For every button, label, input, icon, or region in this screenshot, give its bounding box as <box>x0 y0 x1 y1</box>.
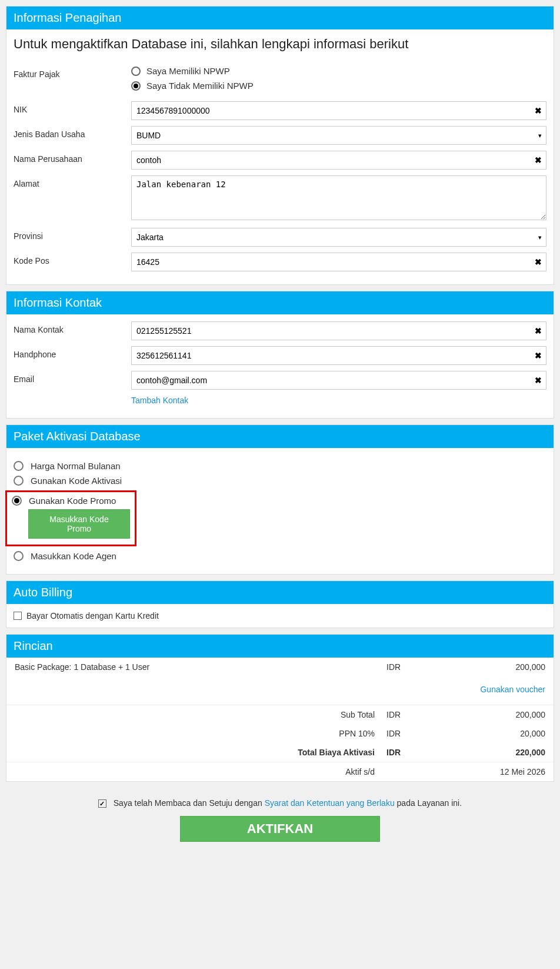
total-value: 220,000 <box>434 748 545 757</box>
radio-promo-label: Gunakan Kode Promo <box>29 496 116 506</box>
alamat-label: Alamat <box>14 175 131 188</box>
radio-aktivasi-label: Gunakan Kode Aktivasi <box>31 476 122 486</box>
nama-kontak-label: Nama Kontak <box>14 321 131 334</box>
enter-promo-button[interactable]: Masukkan Kode Promo <box>28 509 130 539</box>
ppn-value: 20,000 <box>434 729 545 738</box>
radio-normal[interactable] <box>14 461 24 471</box>
handphone-input[interactable] <box>131 346 546 365</box>
package-panel: Paket Aktivasi Database Harga Normal Bul… <box>6 424 554 575</box>
billing-header: Informasi Penagihan <box>6 6 554 29</box>
radio-nohave-npwp-label: Saya Tidak Memiliki NPWP <box>146 81 254 91</box>
provinsi-select[interactable]: Jakarta <box>131 228 546 247</box>
terms-pre: Saya telah Membaca dan Setuju dengan <box>114 798 265 808</box>
activate-button[interactable]: AKTIFKAN <box>180 816 380 842</box>
terms-link[interactable]: Syarat dan Ketentuan yang Berlaku <box>265 798 395 808</box>
autobilling-label: Bayar Otomatis dengan Kartu Kredit <box>26 611 159 620</box>
terms-post: pada Layanan ini. <box>395 798 462 808</box>
radio-aktivasi[interactable] <box>14 476 24 486</box>
autobilling-header: Auto Billing <box>6 581 554 604</box>
close-icon[interactable]: ✖ <box>535 376 542 385</box>
item-label: Basic Package: 1 Database + 1 User <box>15 662 386 672</box>
confirm-row: Saya telah Membaca dan Setuju dengan Sya… <box>0 788 560 812</box>
autobilling-panel: Auto Billing Bayar Otomatis dengan Kartu… <box>6 580 554 628</box>
jenis-label: Jenis Badan Usaha <box>14 126 131 139</box>
nik-label: NIK <box>14 101 131 114</box>
nama-kontak-input[interactable] <box>131 321 546 340</box>
close-icon[interactable]: ✖ <box>535 351 542 360</box>
subtotal-label: Sub Total <box>15 710 386 719</box>
nama-perusahaan-label: Nama Perusahaan <box>14 151 131 164</box>
kodepos-label: Kode Pos <box>14 253 131 266</box>
rincian-header: Rincian <box>6 635 554 658</box>
radio-have-npwp-label: Saya Memiliki NPWP <box>146 66 230 76</box>
handphone-label: Handphone <box>14 346 131 359</box>
nik-input[interactable] <box>131 101 546 120</box>
radio-promo[interactable] <box>12 496 22 506</box>
billing-panel: Informasi Penagihan Untuk mengaktifkan D… <box>6 6 554 285</box>
subtotal-value: 200,000 <box>434 710 545 719</box>
total-label: Total Biaya Aktivasi <box>15 748 386 757</box>
voucher-link[interactable]: Gunakan voucher <box>480 685 545 694</box>
aktif-value: 12 Mei 2026 <box>434 767 545 776</box>
subtotal-currency: IDR <box>386 710 434 719</box>
item-value: 200,000 <box>434 662 545 672</box>
contact-header: Informasi Kontak <box>6 291 554 314</box>
billing-lead: Untuk mengaktifkan Database ini, silahka… <box>14 36 546 52</box>
autobilling-checkbox[interactable] <box>14 612 22 620</box>
radio-normal-label: Harga Normal Bulanan <box>31 461 121 471</box>
add-contact-link[interactable]: Tambah Kontak <box>131 396 188 405</box>
radio-nohave-npwp[interactable] <box>131 81 141 91</box>
ppn-label: PPN 10% <box>15 729 386 738</box>
faktur-label: Faktur Pajak <box>14 66 131 79</box>
item-currency: IDR <box>386 662 434 672</box>
close-icon[interactable]: ✖ <box>535 155 542 165</box>
email-label: Email <box>14 371 131 384</box>
rincian-panel: Rincian Basic Package: 1 Database + 1 Us… <box>6 634 554 782</box>
close-icon[interactable]: ✖ <box>535 106 542 115</box>
alamat-input[interactable]: Jalan kebenaran 12 <box>131 175 546 220</box>
nama-perusahaan-input[interactable] <box>131 151 546 170</box>
kodepos-input[interactable] <box>131 253 546 271</box>
contact-panel: Informasi Kontak Nama Kontak ✖ Handphone… <box>6 291 554 419</box>
aktif-label: Aktif s/d <box>15 767 386 776</box>
jenis-select[interactable]: BUMD <box>131 126 546 145</box>
terms-checkbox[interactable] <box>98 799 106 808</box>
package-header: Paket Aktivasi Database <box>6 425 554 448</box>
email-input[interactable] <box>131 371 546 390</box>
provinsi-label: Provinsi <box>14 228 131 241</box>
close-icon[interactable]: ✖ <box>535 257 542 267</box>
promo-highlight: Gunakan Kode Promo Masukkan Kode Promo <box>5 490 136 546</box>
radio-have-npwp[interactable] <box>131 67 141 76</box>
radio-agen[interactable] <box>14 551 24 561</box>
radio-agen-label: Masukkan Kode Agen <box>31 551 116 561</box>
close-icon[interactable]: ✖ <box>535 326 542 336</box>
ppn-currency: IDR <box>386 729 434 738</box>
total-currency: IDR <box>386 748 434 757</box>
